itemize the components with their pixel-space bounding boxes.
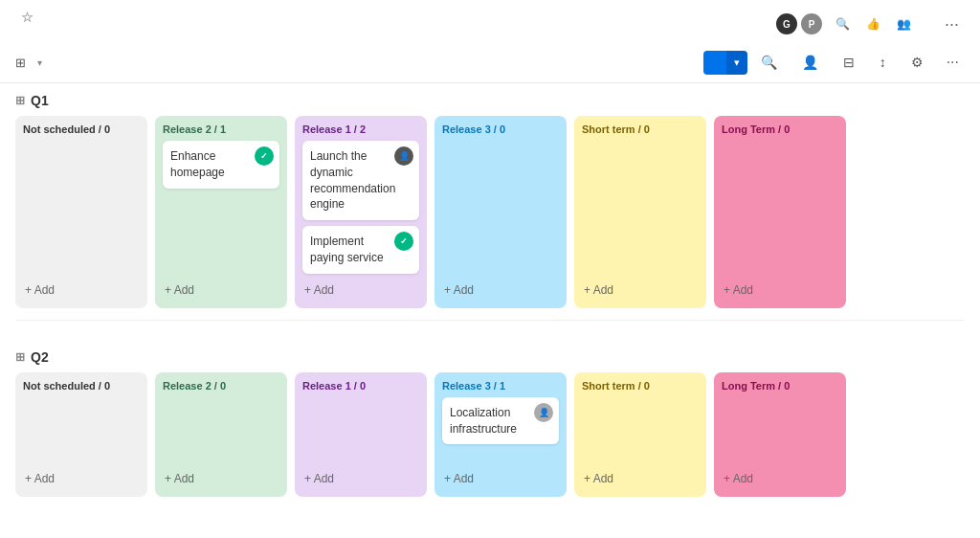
new-feature-button[interactable] xyxy=(703,51,726,75)
col-header: Short term / 0 xyxy=(582,123,699,135)
kanban-col-short-term-q2: Short term / 0+ Add xyxy=(574,372,706,497)
toolbar: ⊞ ▾ ▾ 🔍 👤 ⊟ ↕ xyxy=(0,42,980,83)
top-bar: ☆ G P 🔍 👍 👥 xyxy=(0,0,980,38)
quarter-divider xyxy=(15,320,965,321)
kanban-row-q1: Not scheduled / 0+ AddRelease 2 / 1Enhan… xyxy=(15,116,965,308)
kanban-col-release-3-1: Release 3 / 1Localization infrastructure… xyxy=(434,372,567,497)
person-icon: 👤 xyxy=(802,55,818,70)
quarter-icon: ⊞ xyxy=(15,94,25,107)
kanban-col-release-1-0: Release 1 / 0+ Add xyxy=(295,372,427,497)
col-header: Release 2 / 0 xyxy=(163,380,279,392)
kanban-col-release-2-1: Release 2 / 1Enhance homepage✓+ Add xyxy=(155,116,287,308)
card-avatar-grey: 👤 xyxy=(534,403,553,422)
quarter-label: Q2 xyxy=(31,349,49,365)
add-card-button[interactable]: + Add xyxy=(163,468,279,489)
kanban-card[interactable]: Localization infrastructure👤 xyxy=(442,397,559,445)
toolbar-left: ⊞ ▾ xyxy=(15,56,42,70)
quarter-icon: ⊞ xyxy=(15,350,25,364)
top-meta: 🔍 👍 👥 xyxy=(835,17,927,31)
users-icon: 👥 xyxy=(897,17,911,31)
filter-icon: ⊟ xyxy=(843,55,855,70)
settings-button[interactable]: ⚙ xyxy=(903,50,935,75)
col-header: Long Term / 0 xyxy=(722,123,838,135)
new-feature-wrap: ▾ xyxy=(703,51,747,75)
add-card-button[interactable]: + Add xyxy=(722,280,838,301)
col-header: Release 3 / 0 xyxy=(442,123,559,135)
kanban-col-long-term-q2: Long Term / 0+ Add xyxy=(714,372,846,497)
avatar-2: P xyxy=(799,11,824,36)
kanban-col-not-scheduled-q2: Not scheduled / 0+ Add xyxy=(15,372,147,497)
col-header: Release 3 / 1 xyxy=(442,380,559,392)
quarter-q1: ⊞Q1Not scheduled / 0+ AddRelease 2 / 1En… xyxy=(15,83,965,321)
col-header: Release 2 / 1 xyxy=(163,123,279,135)
new-feature-chevron-button[interactable]: ▾ xyxy=(726,51,747,75)
add-card-button[interactable]: + Add xyxy=(582,280,699,301)
likes-meta: 👍 xyxy=(866,17,883,31)
likes-icon: 👍 xyxy=(866,17,880,31)
col-header: Release 1 / 2 xyxy=(302,123,419,135)
toolbar-more-button[interactable]: ··· xyxy=(941,52,965,73)
kanban-card[interactable]: Launch the dynamic recommendation engine… xyxy=(302,141,419,220)
kanban-card[interactable]: Enhance homepage✓ xyxy=(163,141,279,189)
kanban-col-release-3-0: Release 3 / 0+ Add xyxy=(434,116,567,308)
col-header: Release 1 / 0 xyxy=(302,380,419,392)
views-meta: 🔍 xyxy=(835,17,853,31)
col-header: Not scheduled / 0 xyxy=(23,123,140,135)
col-header: Long Term / 0 xyxy=(722,380,838,392)
kanban-content: ⊞Q1Not scheduled / 0+ AddRelease 2 / 1En… xyxy=(0,83,980,530)
toolbar-right: ▾ 🔍 👤 ⊟ ↕ ⚙ ··· xyxy=(703,50,965,75)
view-chevron-icon[interactable]: ▾ xyxy=(37,57,42,68)
add-card-button[interactable]: + Add xyxy=(23,468,140,489)
add-card-button[interactable]: + Add xyxy=(442,280,559,301)
add-card-button[interactable]: + Add xyxy=(722,468,838,489)
add-card-button[interactable]: + Add xyxy=(163,280,279,301)
star-icon[interactable]: ☆ xyxy=(21,10,33,25)
avatar-1: G xyxy=(774,11,799,36)
card-badge-ok: ✓ xyxy=(255,146,274,166)
search-icon: 🔍 xyxy=(761,55,777,70)
card-avatar: 👤 xyxy=(394,146,413,166)
kanban-col-release-1-2: Release 1 / 2Launch the dynamic recommen… xyxy=(295,116,427,308)
view-icon: ⊞ xyxy=(15,56,26,70)
add-card-button[interactable]: + Add xyxy=(442,468,559,489)
app-shell: ☆ G P 🔍 👍 👥 xyxy=(0,0,980,530)
avatar-group: G P xyxy=(774,11,824,36)
subtitle xyxy=(15,27,33,38)
quarter-header-q1: ⊞Q1 xyxy=(15,83,965,116)
filter-button[interactable]: ⊟ xyxy=(835,50,866,75)
quarter-label: Q1 xyxy=(31,93,49,108)
col-header: Not scheduled / 0 xyxy=(23,380,140,392)
quarter-q2: ⊞Q2Not scheduled / 0+ AddRelease 2 / 0+ … xyxy=(15,340,965,497)
top-bar-right: G P 🔍 👍 👥 ··· xyxy=(774,11,965,36)
more-options-button[interactable]: ··· xyxy=(939,12,965,36)
users-meta: 👥 xyxy=(897,17,914,31)
page-title-row: ☆ xyxy=(15,10,33,25)
col-header: Short term / 0 xyxy=(582,380,699,392)
quarter-header-q2: ⊞Q2 xyxy=(15,340,965,372)
add-card-button[interactable]: + Add xyxy=(582,468,699,489)
search-button[interactable]: 🔍 xyxy=(753,50,789,75)
add-card-button[interactable]: + Add xyxy=(302,280,419,301)
kanban-card[interactable]: Implement paying service✓ xyxy=(302,226,419,274)
settings-icon: ⚙ xyxy=(911,55,924,70)
kanban-col-not-scheduled: Not scheduled / 0+ Add xyxy=(15,116,147,308)
kanban-col-release-2-0: Release 2 / 0+ Add xyxy=(155,372,287,497)
top-bar-left: ☆ xyxy=(15,10,33,38)
kanban-col-short-term-0: Short term / 0+ Add xyxy=(574,116,706,308)
add-card-button[interactable]: + Add xyxy=(23,280,140,301)
kanban-row-q2: Not scheduled / 0+ AddRelease 2 / 0+ Add… xyxy=(15,372,965,497)
person-button[interactable]: 👤 xyxy=(794,50,830,75)
sort-icon: ↕ xyxy=(880,55,886,70)
sort-button[interactable]: ↕ xyxy=(872,50,898,75)
add-card-button[interactable]: + Add xyxy=(302,468,419,489)
views-icon: 🔍 xyxy=(835,17,850,31)
kanban-col-long-term-0: Long Term / 0+ Add xyxy=(714,116,846,308)
